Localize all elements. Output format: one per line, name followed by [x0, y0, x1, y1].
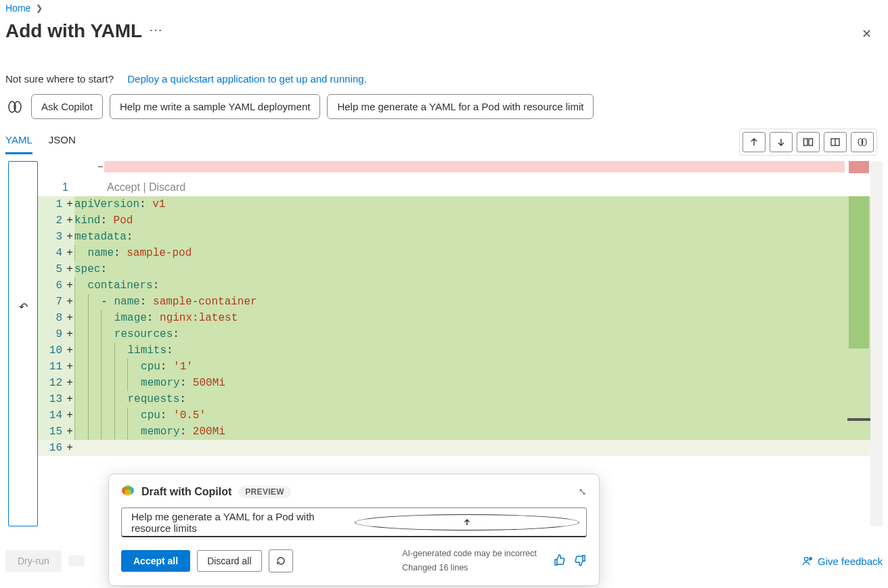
line-number: 1: [62, 181, 68, 194]
thumbs-up-icon[interactable]: [553, 553, 567, 569]
copilot-toolbar-icon[interactable]: [851, 132, 874, 152]
dry-run-button[interactable]: Dry-run: [5, 550, 62, 572]
close-icon[interactable]: ✕: [859, 25, 874, 43]
code-line[interactable]: 1+apiVersion: v1: [38, 196, 883, 212]
code-line[interactable]: 11+ cpu: '1': [38, 359, 883, 375]
code-line[interactable]: 15+ memory: 200Mi: [38, 424, 883, 440]
svg-point-7: [805, 558, 808, 561]
diff-view-icon[interactable]: [824, 132, 847, 152]
code-line[interactable]: 14+ cpu: '0.5': [38, 407, 883, 424]
split-view-icon[interactable]: [797, 132, 820, 152]
code-line[interactable]: 16+: [38, 440, 883, 456]
copilot-panel-title: Draft with Copilot: [141, 486, 231, 498]
breadcrumb: Home ❯: [5, 0, 883, 16]
suggestion-pill[interactable]: Help me generate a YAML for a Pod with r…: [327, 94, 594, 119]
code-lines[interactable]: 1+apiVersion: v12+kind: Pod3+metadata:4+…: [38, 196, 883, 456]
copilot-prompt-input[interactable]: Help me generate a YAML for a Pod with r…: [121, 507, 587, 537]
collapse-icon[interactable]: ⤢: [577, 488, 588, 496]
inline-suggest-actions: Accept | Discard: [107, 181, 185, 194]
editor-toolbar: [739, 129, 877, 156]
accept-all-button[interactable]: Accept all: [121, 550, 190, 572]
give-feedback-link[interactable]: Give feedback: [801, 555, 883, 567]
suggestion-row: Ask Copilot Help me write a sample YAML …: [5, 94, 655, 119]
removed-line-band: [104, 161, 845, 173]
code-line[interactable]: 4+ name: sample-pod: [38, 245, 883, 261]
code-line[interactable]: 2+kind: Pod: [38, 212, 883, 229]
svg-point-11: [125, 489, 131, 496]
svg-rect-3: [809, 139, 813, 145]
preview-badge: PREVIEW: [238, 486, 290, 498]
copilot-logo-icon: [121, 484, 135, 499]
diff-minus-icon: −: [97, 161, 103, 172]
code-line[interactable]: 5+spec:: [38, 261, 883, 277]
svg-rect-2: [804, 139, 808, 145]
breadcrumb-home[interactable]: Home: [5, 3, 30, 14]
code-line[interactable]: 3+metadata:: [38, 229, 883, 245]
ask-copilot-button[interactable]: Ask Copilot: [31, 94, 103, 119]
code-line[interactable]: 13+ requests:: [38, 391, 883, 407]
code-line[interactable]: 12+ memory: 500Mi: [38, 375, 883, 391]
suggestion-pill[interactable]: Help me write a sample YAML deployment: [110, 94, 321, 119]
inline-accept[interactable]: Accept: [107, 181, 140, 193]
code-line[interactable]: 9+ resources:: [38, 326, 883, 342]
upload-icon[interactable]: [742, 132, 765, 152]
quickstart-link[interactable]: Deploy a quickstart application to get u…: [127, 73, 367, 85]
minimap-removed: [849, 161, 869, 173]
tab-json[interactable]: JSON: [49, 134, 76, 154]
page-title: Add with YAML⋯: [5, 20, 162, 42]
copilot-draft-panel: Draft with Copilot PREVIEW ⤢ Help me gen…: [108, 474, 600, 586]
outline-gutter: ↶: [8, 161, 38, 526]
minimap-added: [849, 196, 869, 348]
tabs-row: YAML JSON: [5, 125, 883, 154]
code-line[interactable]: 8+ image: nginx:latest: [38, 310, 883, 326]
inline-discard[interactable]: Discard: [149, 181, 185, 193]
code-editor[interactable]: ↶ − 1 Accept | Discard 1+apiVersion: v12…: [5, 161, 883, 526]
tab-yaml[interactable]: YAML: [5, 134, 32, 154]
code-line[interactable]: 6+ containers:: [38, 277, 883, 294]
copilot-icon: [5, 97, 24, 116]
discard-all-button[interactable]: Discard all: [197, 550, 261, 572]
send-icon[interactable]: [355, 514, 579, 530]
undo-icon[interactable]: ↶: [19, 300, 28, 313]
second-button[interactable]: [68, 556, 85, 566]
code-line[interactable]: 7+ - name: sample-container: [38, 294, 883, 310]
scrollbar[interactable]: [870, 161, 883, 526]
chevron-right-icon: ❯: [33, 3, 43, 13]
feedback-icon: [801, 555, 814, 567]
more-icon[interactable]: ⋯: [142, 22, 162, 37]
download-icon[interactable]: [770, 132, 793, 152]
copilot-status-text: AI-generated code may be incorrect Chang…: [402, 547, 537, 576]
code-line[interactable]: 10+ limits:: [38, 342, 883, 359]
thumbs-down-icon[interactable]: [573, 553, 587, 569]
help-line: Not sure where to start? Deploy a quicks…: [5, 73, 883, 85]
regenerate-icon[interactable]: [269, 549, 293, 572]
